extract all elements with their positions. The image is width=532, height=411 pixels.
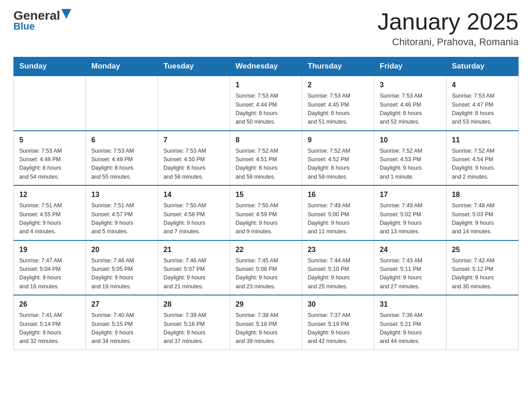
day-number: 26 <box>19 299 80 310</box>
table-row: 6Sunrise: 7:53 AM Sunset: 4:49 PM Daylig… <box>86 131 158 186</box>
table-row: 1Sunrise: 7:53 AM Sunset: 4:44 PM Daylig… <box>230 76 302 131</box>
calendar-body: 1Sunrise: 7:53 AM Sunset: 4:44 PM Daylig… <box>14 76 519 350</box>
day-info: Sunrise: 7:52 AM Sunset: 4:53 PM Dayligh… <box>380 147 441 182</box>
day-info: Sunrise: 7:51 AM Sunset: 4:57 PM Dayligh… <box>91 201 152 236</box>
col-wednesday: Wednesday <box>230 57 302 76</box>
day-info: Sunrise: 7:53 AM Sunset: 4:46 PM Dayligh… <box>380 92 441 127</box>
day-info: Sunrise: 7:49 AM Sunset: 5:02 PM Dayligh… <box>380 201 441 236</box>
table-row: 28Sunrise: 7:39 AM Sunset: 5:16 PM Dayli… <box>158 295 230 350</box>
title-block: January 2025 Chitorani, Prahova, Romania <box>378 9 519 48</box>
day-info: Sunrise: 7:50 AM Sunset: 4:58 PM Dayligh… <box>163 201 224 236</box>
day-info: Sunrise: 7:40 AM Sunset: 5:15 PM Dayligh… <box>91 311 152 346</box>
day-info: Sunrise: 7:46 AM Sunset: 5:07 PM Dayligh… <box>163 257 224 291</box>
table-row: 10Sunrise: 7:52 AM Sunset: 4:53 PM Dayli… <box>374 131 446 186</box>
logo: General Blue <box>13 9 71 32</box>
calendar-table: Sunday Monday Tuesday Wednesday Thursday… <box>13 57 519 350</box>
calendar-week-row: 1Sunrise: 7:53 AM Sunset: 4:44 PM Daylig… <box>14 76 519 131</box>
day-info: Sunrise: 7:47 AM Sunset: 5:04 PM Dayligh… <box>19 257 80 291</box>
calendar-week-row: 5Sunrise: 7:53 AM Sunset: 4:48 PM Daylig… <box>14 131 519 186</box>
calendar-header: Sunday Monday Tuesday Wednesday Thursday… <box>14 57 519 76</box>
day-number: 14 <box>163 189 224 200</box>
day-number: 5 <box>19 135 80 146</box>
table-row: 17Sunrise: 7:49 AM Sunset: 5:02 PM Dayli… <box>374 185 446 240</box>
day-number: 7 <box>163 135 224 146</box>
day-number: 28 <box>163 299 224 310</box>
day-number: 24 <box>380 244 441 255</box>
day-info: Sunrise: 7:53 AM Sunset: 4:44 PM Dayligh… <box>236 92 296 127</box>
day-info: Sunrise: 7:51 AM Sunset: 4:55 PM Dayligh… <box>19 201 80 236</box>
logo-text-general: General <box>13 9 60 22</box>
calendar-week-row: 12Sunrise: 7:51 AM Sunset: 4:55 PM Dayli… <box>14 185 519 240</box>
day-number: 18 <box>452 189 513 200</box>
day-number: 22 <box>236 244 296 255</box>
table-row <box>158 76 230 131</box>
day-number: 6 <box>91 135 152 146</box>
day-number: 9 <box>308 135 369 146</box>
table-row <box>446 295 519 350</box>
day-info: Sunrise: 7:53 AM Sunset: 4:45 PM Dayligh… <box>308 92 369 127</box>
table-row: 29Sunrise: 7:38 AM Sunset: 5:18 PM Dayli… <box>230 295 302 350</box>
day-info: Sunrise: 7:49 AM Sunset: 5:00 PM Dayligh… <box>308 201 369 236</box>
calendar-week-row: 26Sunrise: 7:41 AM Sunset: 5:14 PM Dayli… <box>14 295 519 350</box>
day-info: Sunrise: 7:52 AM Sunset: 4:51 PM Dayligh… <box>236 147 296 182</box>
table-row <box>86 76 158 131</box>
table-row: 3Sunrise: 7:53 AM Sunset: 4:46 PM Daylig… <box>374 76 446 131</box>
table-row: 18Sunrise: 7:48 AM Sunset: 5:03 PM Dayli… <box>446 185 519 240</box>
table-row: 24Sunrise: 7:43 AM Sunset: 5:11 PM Dayli… <box>374 240 446 295</box>
day-number: 4 <box>452 80 513 90</box>
day-info: Sunrise: 7:48 AM Sunset: 5:03 PM Dayligh… <box>452 201 513 236</box>
table-row: 15Sunrise: 7:50 AM Sunset: 4:59 PM Dayli… <box>230 185 302 240</box>
table-row: 27Sunrise: 7:40 AM Sunset: 5:15 PM Dayli… <box>86 295 158 350</box>
table-row: 21Sunrise: 7:46 AM Sunset: 5:07 PM Dayli… <box>158 240 230 295</box>
day-info: Sunrise: 7:45 AM Sunset: 5:08 PM Dayligh… <box>236 257 296 291</box>
table-row: 2Sunrise: 7:53 AM Sunset: 4:45 PM Daylig… <box>302 76 374 131</box>
table-row: 4Sunrise: 7:53 AM Sunset: 4:47 PM Daylig… <box>446 76 519 131</box>
col-monday: Monday <box>86 57 158 76</box>
day-number: 30 <box>308 299 369 310</box>
col-tuesday: Tuesday <box>158 57 230 76</box>
table-row: 9Sunrise: 7:52 AM Sunset: 4:52 PM Daylig… <box>302 131 374 186</box>
table-row: 20Sunrise: 7:46 AM Sunset: 5:05 PM Dayli… <box>86 240 158 295</box>
day-info: Sunrise: 7:42 AM Sunset: 5:12 PM Dayligh… <box>452 257 513 291</box>
col-friday: Friday <box>374 57 446 76</box>
day-info: Sunrise: 7:52 AM Sunset: 4:52 PM Dayligh… <box>308 147 369 182</box>
table-row: 12Sunrise: 7:51 AM Sunset: 4:55 PM Dayli… <box>14 185 86 240</box>
day-number: 21 <box>163 244 224 255</box>
table-row: 8Sunrise: 7:52 AM Sunset: 4:51 PM Daylig… <box>230 131 302 186</box>
table-row: 16Sunrise: 7:49 AM Sunset: 5:00 PM Dayli… <box>302 185 374 240</box>
svg-marker-0 <box>61 9 71 19</box>
table-row: 13Sunrise: 7:51 AM Sunset: 4:57 PM Dayli… <box>86 185 158 240</box>
day-info: Sunrise: 7:37 AM Sunset: 5:19 PM Dayligh… <box>308 311 369 346</box>
table-row: 5Sunrise: 7:53 AM Sunset: 4:48 PM Daylig… <box>14 131 86 186</box>
col-thursday: Thursday <box>302 57 374 76</box>
col-sunday: Sunday <box>14 57 86 76</box>
calendar-week-row: 19Sunrise: 7:47 AM Sunset: 5:04 PM Dayli… <box>14 240 519 295</box>
table-row: 19Sunrise: 7:47 AM Sunset: 5:04 PM Dayli… <box>14 240 86 295</box>
table-row: 25Sunrise: 7:42 AM Sunset: 5:12 PM Dayli… <box>446 240 519 295</box>
day-info: Sunrise: 7:53 AM Sunset: 4:47 PM Dayligh… <box>452 92 513 127</box>
col-saturday: Saturday <box>446 57 519 76</box>
table-row: 7Sunrise: 7:53 AM Sunset: 4:50 PM Daylig… <box>158 131 230 186</box>
day-info: Sunrise: 7:52 AM Sunset: 4:54 PM Dayligh… <box>452 147 513 182</box>
day-info: Sunrise: 7:53 AM Sunset: 4:49 PM Dayligh… <box>91 147 152 182</box>
day-info: Sunrise: 7:38 AM Sunset: 5:18 PM Dayligh… <box>236 311 296 346</box>
calendar-subtitle: Chitorani, Prahova, Romania <box>378 36 519 48</box>
day-number: 29 <box>236 299 296 310</box>
day-number: 2 <box>308 80 369 90</box>
day-number: 31 <box>380 299 441 310</box>
day-number: 11 <box>452 135 513 146</box>
day-info: Sunrise: 7:43 AM Sunset: 5:11 PM Dayligh… <box>380 257 441 291</box>
table-row: 26Sunrise: 7:41 AM Sunset: 5:14 PM Dayli… <box>14 295 86 350</box>
table-row: 22Sunrise: 7:45 AM Sunset: 5:08 PM Dayli… <box>230 240 302 295</box>
page-header: General Blue January 2025 Chitorani, Pra… <box>13 9 519 48</box>
table-row <box>14 76 86 131</box>
day-info: Sunrise: 7:53 AM Sunset: 4:48 PM Dayligh… <box>19 147 80 182</box>
table-row: 23Sunrise: 7:44 AM Sunset: 5:10 PM Dayli… <box>302 240 374 295</box>
day-info: Sunrise: 7:36 AM Sunset: 5:21 PM Dayligh… <box>380 311 441 346</box>
day-info: Sunrise: 7:46 AM Sunset: 5:05 PM Dayligh… <box>91 257 152 291</box>
logo-text-blue: Blue <box>13 21 35 32</box>
table-row: 11Sunrise: 7:52 AM Sunset: 4:54 PM Dayli… <box>446 131 519 186</box>
day-number: 15 <box>236 189 296 200</box>
day-number: 23 <box>308 244 369 255</box>
table-row: 14Sunrise: 7:50 AM Sunset: 4:58 PM Dayli… <box>158 185 230 240</box>
